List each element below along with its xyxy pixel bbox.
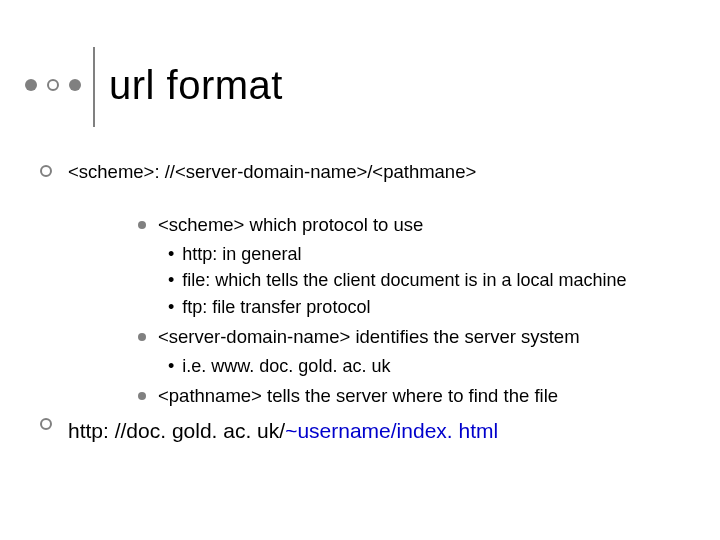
bullet-level3: • i.e. www. doc. gold. ac. uk xyxy=(168,354,690,378)
open-circle-icon xyxy=(40,418,52,430)
bullet-level2: <scheme> which protocol to use xyxy=(138,213,690,238)
open-circle-icon xyxy=(40,165,52,177)
bullet-level3: • ftp: file transfer protocol xyxy=(168,295,690,319)
url-user-part: ~username/index. html xyxy=(285,419,498,442)
dot-bullet-icon: • xyxy=(168,295,174,319)
bullet-text: http: in general xyxy=(182,242,301,266)
bullet-level3: • file: which tells the client document … xyxy=(168,268,690,292)
bullet-level2: <pathname> tells the server where to fin… xyxy=(138,384,690,409)
bullet-level3: • http: in general xyxy=(168,242,690,266)
bullet-text: i.e. www. doc. gold. ac. uk xyxy=(182,354,390,378)
bullet-text: <scheme> which protocol to use xyxy=(158,213,423,238)
vertical-rule xyxy=(93,47,95,127)
bullet-level1: <scheme>: //<server-domain-name>/<pathma… xyxy=(40,160,690,185)
bullet-level1: http: //doc. gold. ac. uk/~username/inde… xyxy=(40,413,690,445)
bullet-text: <server-domain-name> identifies the serv… xyxy=(158,325,580,350)
example-url: http: //doc. gold. ac. uk/~username/inde… xyxy=(68,417,498,445)
bullet-text: ftp: file transfer protocol xyxy=(182,295,370,319)
bullet-text: <pathname> tells the server where to fin… xyxy=(158,384,558,409)
dot-bullet-icon: • xyxy=(168,268,174,292)
slide-title: url format xyxy=(109,55,283,105)
dot-bullet-icon: • xyxy=(168,354,174,378)
title-dots xyxy=(25,79,81,91)
bullet-text: <scheme>: //<server-domain-name>/<pathma… xyxy=(68,160,476,185)
slide-body: <scheme>: //<server-domain-name>/<pathma… xyxy=(40,160,690,447)
dot-icon xyxy=(69,79,81,91)
bullet-level2: <server-domain-name> identifies the serv… xyxy=(138,325,690,350)
url-prefix: http: //doc. gold. ac. uk/ xyxy=(68,419,285,442)
dot-bullet-icon: • xyxy=(168,242,174,266)
solid-circle-icon xyxy=(138,392,146,400)
solid-circle-icon xyxy=(138,333,146,341)
dot-icon xyxy=(25,79,37,91)
solid-circle-icon xyxy=(138,221,146,229)
title-bar: url format xyxy=(25,55,283,127)
bullet-text: file: which tells the client document is… xyxy=(182,268,626,292)
dot-icon xyxy=(47,79,59,91)
slide: url format <scheme>: //<server-domain-na… xyxy=(0,0,720,540)
